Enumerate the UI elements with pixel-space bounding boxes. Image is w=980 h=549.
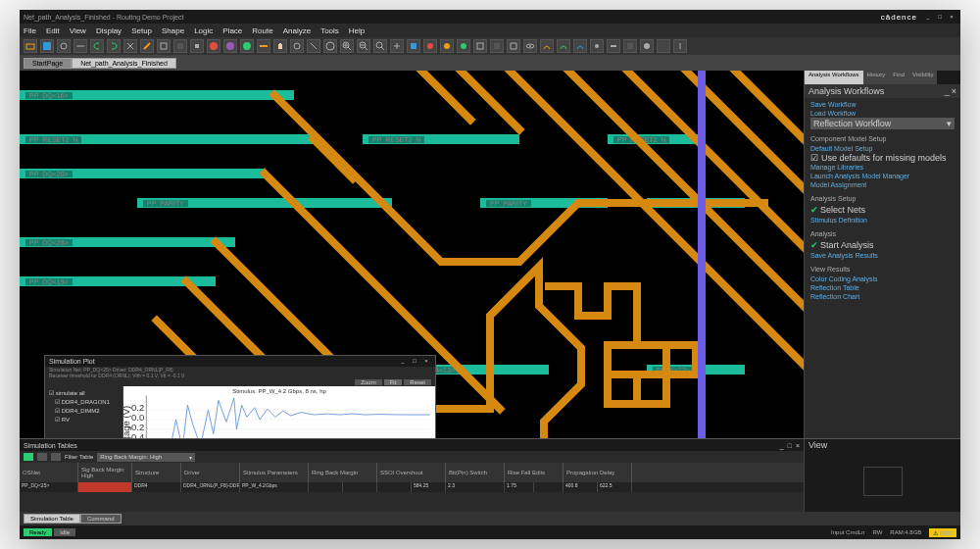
- status-idle[interactable]: Idle: [54, 528, 75, 536]
- menu-edit[interactable]: Edit: [46, 26, 60, 35]
- tool-icon[interactable]: [207, 39, 220, 53]
- zoom-out-icon[interactable]: [357, 39, 370, 53]
- open-icon[interactable]: [24, 39, 37, 53]
- tree-root[interactable]: ☑ simulate all: [47, 388, 121, 397]
- menu-analyze[interactable]: Analyze: [283, 26, 311, 35]
- plot-area[interactable]: Stimulus: PP_W_4.2 Gbps, 8 ns, hp 0.002.…: [123, 386, 435, 438]
- link-select-nets[interactable]: ✔Select Nets: [810, 204, 955, 216]
- table-min-icon[interactable]: _: [780, 442, 784, 449]
- tool-icon[interactable]: [290, 39, 304, 53]
- tab-command[interactable]: Command: [80, 514, 122, 524]
- rp-tab-workflows[interactable]: Analysis Workflows: [805, 71, 863, 84]
- tree-item[interactable]: ☑ RV: [47, 415, 121, 424]
- link-default-setup[interactable]: Default Model Setup: [810, 144, 955, 153]
- rp-tab-find[interactable]: Find: [889, 71, 908, 84]
- hand-icon[interactable]: [273, 39, 287, 53]
- menu-file[interactable]: File: [24, 26, 36, 35]
- tool-icon[interactable]: [640, 39, 654, 53]
- load-workflow-link[interactable]: Load Workflow: [810, 109, 955, 118]
- table-row[interactable]: PP_DQ<25> DDR4 DDR4_ORNL(P_F8)-DDR4_DIMM…: [20, 482, 804, 492]
- tree-item[interactable]: ☑ DDR4_DRAGON1: [47, 397, 121, 406]
- zoom-button[interactable]: Zoom: [355, 379, 381, 385]
- tool-icon[interactable]: [590, 39, 604, 53]
- link-launch-amm[interactable]: Launch Analysis Model Manager: [810, 172, 955, 180]
- drc-badge[interactable]: ⚠ DRC: [929, 528, 956, 537]
- tool-icon[interactable]: [223, 39, 237, 53]
- tool-icon[interactable]: [507, 39, 520, 53]
- tool-icon[interactable]: [473, 39, 487, 53]
- link-color-coding[interactable]: Color Coding Analysis: [810, 274, 955, 283]
- tool-icon[interactable]: [173, 39, 187, 53]
- table-close-icon[interactable]: ×: [796, 442, 800, 449]
- col-ssoi[interactable]: SSOI Overshoot: [377, 463, 446, 482]
- view-thumbnail[interactable]: [863, 467, 903, 496]
- link-start-analysis[interactable]: ✔Start Analysis: [810, 239, 955, 251]
- menu-shape[interactable]: Shape: [162, 26, 184, 35]
- menu-tools[interactable]: Tools: [320, 26, 339, 35]
- tool-icon[interactable]: [390, 39, 404, 53]
- tab-start[interactable]: StartPage: [24, 58, 72, 69]
- tool-icon[interactable]: [540, 39, 554, 53]
- pen-icon[interactable]: [140, 39, 154, 53]
- col-prop[interactable]: Propagation Delay: [564, 463, 632, 482]
- col-margin[interactable]: Sig Back Margin High: [78, 463, 132, 482]
- pcb-canvas[interactable]: PP_DQ<16> PP_RESET2_N PP_RESET2_N PP_RES…: [20, 71, 804, 438]
- workflow-dropdown[interactable]: Reflection Workflow▾: [810, 118, 955, 129]
- tab-analysis[interactable]: Net_path_Analysis_Finished: [72, 58, 176, 69]
- tool-icon[interactable]: [490, 39, 504, 53]
- zoom-in-icon[interactable]: [340, 39, 354, 53]
- menu-place[interactable]: Place: [222, 26, 242, 35]
- menu-logic[interactable]: Logic: [194, 26, 213, 35]
- menu-route[interactable]: Route: [252, 26, 272, 35]
- tool-icon[interactable]: [323, 39, 337, 53]
- link-stimulus[interactable]: Stimulus Definition: [810, 216, 955, 225]
- link-reflection-table[interactable]: Reflection Table: [810, 283, 955, 292]
- link-reflection-chart[interactable]: Reflection Chart: [810, 292, 955, 301]
- checkbox-defaults[interactable]: ☑Use defaults for missing models: [810, 153, 955, 163]
- zoom-fit-icon[interactable]: [373, 39, 387, 53]
- tool-icon[interactable]: [307, 39, 320, 53]
- margin-dropdown[interactable]: Ring Back Margin: High▾: [97, 453, 195, 462]
- close-button[interactable]: ×: [947, 12, 956, 22]
- col-driver[interactable]: Driver: [181, 463, 240, 482]
- tool-icon[interactable]: [623, 39, 637, 53]
- tool-icon[interactable]: [74, 39, 87, 53]
- link-model-assign[interactable]: Model Assignment: [810, 180, 955, 189]
- save-workflow-link[interactable]: Save Workflow: [810, 100, 955, 109]
- sim-min-button[interactable]: _: [398, 356, 408, 366]
- status-ready[interactable]: Ready: [24, 528, 52, 536]
- fit-button[interactable]: Fit: [384, 379, 403, 385]
- col-ringback[interactable]: Ring Back Margin: [309, 463, 377, 482]
- tool-icon[interactable]: [557, 39, 570, 53]
- menu-help[interactable]: Help: [349, 26, 365, 35]
- save-icon[interactable]: [40, 39, 54, 53]
- table-max-icon[interactable]: □: [788, 442, 792, 449]
- maximize-button[interactable]: □: [935, 12, 945, 22]
- tool-icon[interactable]: [190, 39, 204, 53]
- tool-icon[interactable]: [407, 39, 420, 53]
- redo-icon[interactable]: [107, 39, 121, 53]
- menu-display[interactable]: Display: [96, 26, 122, 35]
- rp-close-icon[interactable]: ×: [952, 86, 956, 96]
- undo-icon[interactable]: [90, 39, 104, 53]
- rp-tab-history[interactable]: History: [863, 71, 890, 84]
- link-save-results[interactable]: Save Analysis Results: [810, 251, 955, 260]
- col-stimulus[interactable]: Stimulus Parameters: [240, 463, 309, 482]
- tree-item[interactable]: ☑ DDR4_DIMM2: [47, 406, 121, 415]
- rp-tab-visibility[interactable]: Visibility: [908, 71, 938, 84]
- sim-close-button[interactable]: ×: [421, 356, 431, 366]
- tool-icon[interactable]: [657, 39, 670, 53]
- menu-setup[interactable]: Setup: [131, 26, 152, 35]
- col-structure[interactable]: Structure: [132, 463, 181, 482]
- tab-sim-table[interactable]: Simulation Table: [24, 514, 80, 524]
- eye-icon[interactable]: [523, 39, 537, 53]
- col-bitpin[interactable]: Bit(Pin) Switch: [446, 463, 505, 482]
- tool-icon[interactable]: [257, 39, 270, 53]
- tool-icon[interactable]: [440, 39, 454, 53]
- reset-button[interactable]: Reset: [404, 379, 431, 385]
- col-osnet[interactable]: OSNet: [20, 463, 78, 482]
- tool-icon[interactable]: [607, 39, 620, 53]
- cut-icon[interactable]: [123, 39, 137, 53]
- minimize-button[interactable]: _: [923, 12, 933, 22]
- link-manage-lib[interactable]: Manage Libraries: [810, 163, 955, 172]
